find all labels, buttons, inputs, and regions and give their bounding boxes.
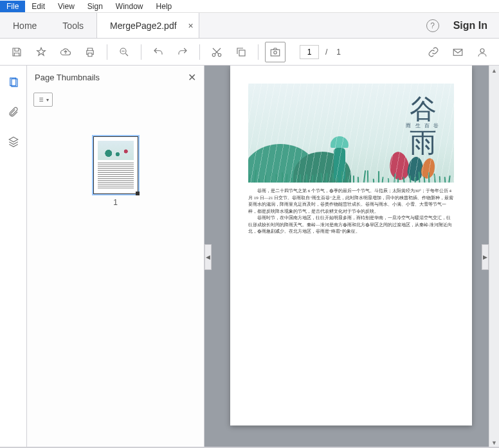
vertical-scrollbar[interactable]: ▲ ▼	[489, 66, 499, 448]
print-icon[interactable]	[80, 42, 100, 62]
help-icon[interactable]: ?	[426, 19, 439, 32]
cloud-upload-icon[interactable]	[55, 42, 76, 62]
menu-bar: File Edit View Sign Window Help	[0, 0, 499, 13]
page-number-input[interactable]	[300, 45, 319, 59]
star-icon[interactable]	[31, 42, 51, 62]
illustration-title: 谷 雨 生 百 谷 雨	[406, 95, 440, 157]
sign-in-button[interactable]: Sign In	[453, 20, 487, 31]
redo-icon[interactable]	[172, 42, 193, 62]
tab-close-button[interactable]: ×	[188, 21, 194, 31]
svg-rect-3	[239, 50, 245, 56]
page-paragraph-1: 谷雨，是二十四节气之第 6 个节气，春季的最后一个节气。斗指辰；太阳黄经为30°…	[248, 188, 454, 215]
zoom-out-icon[interactable]	[114, 42, 134, 62]
undo-icon[interactable]	[148, 42, 168, 62]
thumbnail-resize-handle[interactable]	[136, 192, 140, 195]
tab-bar: Home Tools MergePage2.pdf × ? Sign In	[0, 13, 499, 39]
collapse-left-handle[interactable]: ◀	[204, 244, 212, 270]
svg-point-5	[274, 51, 277, 54]
tab-document-label: MergePage2.pdf	[110, 21, 177, 31]
menu-view[interactable]: View	[51, 1, 81, 12]
toolbar: / 1	[0, 39, 499, 66]
page-total: 1	[334, 48, 343, 57]
document-page: 谷 雨 生 百 谷 雨 谷雨，是二十四节气之第 6 个节气，春季的最后一个节气。…	[230, 66, 472, 426]
page-sep: /	[323, 48, 330, 57]
save-icon[interactable]	[6, 42, 27, 62]
cut-icon[interactable]	[206, 42, 227, 62]
thumbnails-rail-icon[interactable]	[6, 75, 21, 90]
svg-rect-6	[453, 49, 462, 55]
collapse-right-handle[interactable]: ▶	[482, 244, 489, 270]
svg-point-7	[480, 48, 484, 52]
thumbnail-panel-close[interactable]: ✕	[188, 71, 196, 84]
document-viewport[interactable]: ◀ ▶ 谷 雨 生 百 谷 雨 谷雨，是二十四节气之第 6 个节气，春季的最后一…	[204, 66, 499, 448]
layers-rail-icon[interactable]	[6, 134, 21, 149]
svg-rect-4	[271, 49, 280, 56]
main-area: Page Thumbnails ✕ ▾ 1 ◀ ▶	[0, 66, 499, 448]
menu-file[interactable]: File	[0, 1, 25, 12]
tab-tools[interactable]: Tools	[50, 13, 96, 38]
tab-home[interactable]: Home	[0, 13, 50, 38]
thumbnail-page-number: 1	[113, 198, 118, 207]
thumbnail-panel: Page Thumbnails ✕ ▾ 1	[27, 66, 204, 448]
account-icon[interactable]	[472, 42, 493, 62]
left-rail	[0, 66, 27, 448]
mail-icon[interactable]	[448, 42, 468, 62]
attachments-rail-icon[interactable]	[6, 104, 21, 120]
snapshot-icon[interactable]	[265, 42, 286, 62]
menu-sign[interactable]: Sign	[81, 1, 109, 12]
thumbnail-panel-title: Page Thumbnails	[35, 73, 100, 82]
page-paragraph-2: 谷雨时节，在中国南方地区，往往开始明显多雨，而特别是华南，一旦冷空气与暖湿空气交…	[248, 215, 454, 235]
link-icon[interactable]	[423, 42, 444, 62]
page-thumbnail[interactable]	[93, 136, 138, 194]
thumbnail-options-button[interactable]: ▾	[33, 93, 53, 107]
menu-help[interactable]: Help	[150, 1, 179, 12]
tab-document[interactable]: MergePage2.pdf ×	[96, 13, 199, 38]
page-illustration: 谷 雨 生 百 谷 雨	[248, 84, 454, 183]
copy-icon[interactable]	[231, 42, 251, 62]
menu-window[interactable]: Window	[109, 1, 150, 12]
menu-edit[interactable]: Edit	[25, 1, 51, 12]
scroll-up-icon[interactable]: ▲	[489, 66, 499, 76]
